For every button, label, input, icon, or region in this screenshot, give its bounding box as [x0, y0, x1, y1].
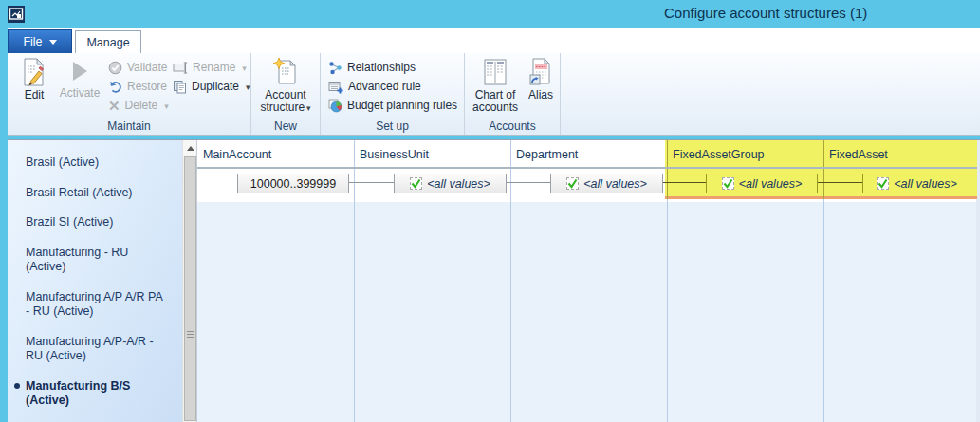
group-label-new: New [251, 119, 320, 133]
activate-button-label: Activate [60, 87, 101, 100]
group-label-setup: Set up [321, 119, 464, 133]
sidebar-item-label: Brasil Retail (Active) [26, 186, 133, 199]
delete-button[interactable]: ✕ Delete [108, 96, 171, 115]
tab-file[interactable]: File [8, 29, 72, 53]
chevron-down-icon [162, 99, 169, 112]
rename-field-icon [173, 61, 188, 74]
mainaccount-range-cell[interactable]: 100000..399999 [237, 174, 349, 193]
title-bar: Configure account structures (1) [0, 0, 980, 28]
chart-of-accounts-icon [483, 58, 508, 86]
column-header-fixedasset: FixedAsset [829, 148, 888, 161]
check-circle-icon [108, 61, 122, 75]
fixedasset-allvalues-cell[interactable]: <all values> [862, 174, 971, 193]
sidebar-scrollbar[interactable] [182, 140, 196, 422]
sidebar-item-label: Brasil (Active) [26, 156, 99, 169]
duplicate-pages-icon [173, 80, 187, 94]
undo-arrow-icon [108, 80, 122, 94]
advanced-rule-icon [328, 80, 343, 94]
column-header-businessunit: BusinessUnit [360, 148, 429, 161]
window-title: Configure account structures (1) [664, 5, 867, 21]
account-structure-label: Account structure [255, 89, 316, 115]
app-icon [8, 6, 25, 23]
sidebar-item-label: Brazil SI (Active) [26, 215, 113, 229]
sidebar-item-label: Manufacturing A/P-A/R - RU (Active) [26, 335, 154, 363]
account-structure-list: Brasil (Active) Brasil Retail (Active) B… [8, 140, 182, 409]
sidebar-item-brasil[interactable]: Brasil (Active) [26, 156, 168, 171]
selected-bullet-icon [14, 383, 20, 389]
businessunit-allvalues-cell[interactable]: <all values> [394, 174, 507, 193]
businessunit-allvalues-text: <all values> [427, 177, 490, 191]
scrollbar-thumb[interactable] [184, 156, 196, 421]
chevron-down-icon [244, 80, 250, 93]
chevron-down-icon [305, 101, 311, 114]
ribbon-group-maintain: Edit Activate Validate [8, 53, 251, 135]
tab-manage-label: Manage [86, 36, 129, 49]
column-header-mainaccount: MainAccount [203, 148, 271, 161]
up-arrow-icon [187, 146, 194, 151]
grid-lower-background [197, 202, 977, 422]
scrollbar-grip-icon [187, 331, 194, 338]
account-structure-button[interactable]: Account structure [255, 58, 316, 115]
sidebar-item-brazil-si[interactable]: Brazil SI (Active) [26, 215, 168, 230]
x-delete-icon: ✕ [108, 100, 120, 112]
duplicate-button[interactable]: Duplicate [173, 77, 250, 96]
account-structure-grid: MainAccount BusinessUnit Department Fixe… [196, 140, 976, 422]
ribbon-group-new: Account structure New [251, 53, 321, 135]
fixedassetgroup-allvalues-cell[interactable]: <all values> [706, 174, 818, 193]
alias-button[interactable]: Alias [524, 58, 558, 101]
header-bottom-border [197, 168, 977, 169]
sidebar-item-manufacturing-ap-ar-ru[interactable]: Manufacturing A/P-A/R - RU (Active) [26, 335, 168, 364]
connector-line [663, 182, 706, 183]
budget-planning-rules-label: Budget planning rules [347, 99, 457, 112]
group-label-maintain: Maintain [8, 119, 250, 133]
scrollbar-up-button[interactable] [183, 140, 197, 156]
validate-button[interactable]: Validate [108, 58, 171, 77]
ribbon-group-accounts: Chart of accounts Alias Accounts [465, 53, 561, 135]
sidebar-item-manufacturing-bs[interactable]: Manufacturing B/S (Active) [26, 379, 168, 409]
chart-of-accounts-label: Chart of accounts [469, 89, 522, 114]
department-allvalues-cell[interactable]: <all values> [550, 174, 663, 193]
column-header-fixedassetgroup: FixedAssetGroup [673, 148, 765, 161]
green-check-icon [410, 177, 422, 190]
play-triangle-icon [73, 62, 87, 81]
activate-button[interactable]: Activate [55, 58, 104, 100]
connector-line [818, 182, 862, 183]
ribbon: Edit Activate Validate [8, 53, 980, 136]
group-label-accounts: Accounts [465, 119, 560, 133]
fixedassetgroup-allvalues-text: <all values> [739, 177, 803, 191]
chevron-down-icon [240, 61, 247, 74]
chart-of-accounts-button[interactable]: Chart of accounts [469, 58, 522, 114]
relationships-nodes-icon [328, 61, 342, 75]
advanced-rule-label: Advanced rule [348, 80, 421, 93]
sidebar-item-manufacturing-ru[interactable]: Manufacturing - RU (Active) [26, 246, 168, 275]
account-structure-text: Account structure [260, 88, 305, 114]
sidebar-item-manufacturing-apar-pa-ru[interactable]: Manufacturing A/P A/R PA - RU (Active) [26, 290, 168, 320]
green-check-icon [722, 177, 734, 190]
connector-line [507, 182, 550, 183]
relationships-button[interactable]: Relationships [328, 58, 463, 77]
department-allvalues-text: <all values> [583, 177, 647, 191]
sidebar-item-brasil-retail[interactable]: Brasil Retail (Active) [26, 186, 168, 201]
sidebar-item-label: Manufacturing A/P A/R PA - RU (Active) [26, 290, 162, 319]
rename-button[interactable]: Rename [173, 58, 250, 77]
edit-button[interactable]: Edit [15, 58, 53, 101]
budget-pie-chart-icon [328, 99, 342, 113]
chevron-down-icon [49, 40, 57, 45]
duplicate-button-label: Duplicate [192, 80, 239, 93]
delete-button-label: Delete [125, 99, 158, 112]
restore-button[interactable]: Restore [108, 77, 171, 96]
advanced-rule-button[interactable]: Advanced rule [328, 77, 463, 96]
tab-file-label: File [23, 35, 42, 48]
validate-button-label: Validate [127, 61, 167, 74]
rename-button-label: Rename [193, 61, 235, 74]
account-structures-sidebar: Brasil (Active) Brasil Retail (Active) B… [8, 140, 182, 422]
restore-button-label: Restore [127, 80, 167, 93]
ribbon-tab-row: File Manage [8, 28, 980, 53]
connector-line [349, 182, 394, 183]
budget-planning-rules-button[interactable]: Budget planning rules [328, 96, 463, 115]
mainaccount-range-value: 100000..399999 [250, 177, 336, 191]
alias-document-arrow-icon [529, 58, 552, 86]
tab-manage[interactable]: Manage [75, 30, 141, 53]
fixedasset-allvalues-text: <all values> [894, 177, 957, 191]
edit-document-pencil-icon [22, 58, 46, 86]
